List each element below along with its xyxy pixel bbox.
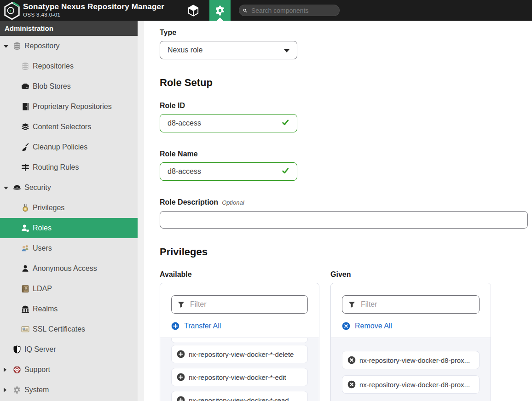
caret-down-icon[interactable] — [4, 186, 10, 189]
plus-circle-icon — [171, 322, 179, 330]
caret-right-icon[interactable] — [4, 367, 10, 372]
admin-mode-button[interactable] — [209, 0, 231, 21]
optional-hint: Optional — [222, 199, 244, 206]
privilege-name: nx-repository-view-docker-*-edit — [189, 373, 286, 381]
caret-down-icon[interactable] — [4, 44, 10, 48]
valid-check-icon — [282, 167, 289, 177]
role-editor-panel: Type Nexus role Role Setup Role ID Role … — [144, 21, 532, 401]
sidebar-item-proprietary-repositories[interactable]: Proprietary Repositories — [0, 97, 138, 117]
plus-circle-icon — [177, 350, 185, 358]
valid-check-icon — [282, 119, 289, 128]
broom-icon — [21, 143, 29, 151]
sidebar-item-label: Repositories — [33, 62, 74, 70]
transfer-all-button[interactable]: Transfer All — [171, 322, 221, 330]
signpost-icon — [21, 163, 29, 172]
police-cap-icon — [13, 183, 21, 192]
role-id-input[interactable] — [168, 119, 278, 127]
available-label: Available — [160, 270, 319, 279]
list-item[interactable]: nx-repository-view-docker-d8-prox... — [342, 351, 480, 369]
sidebar-item-iq-server[interactable]: IQ Server — [0, 339, 138, 360]
role-name-input[interactable] — [168, 167, 278, 176]
sidebar-item-label: Repository — [24, 42, 59, 50]
top-header-bar: r Sonatype Nexus Repository Manager OSS … — [0, 0, 532, 21]
sidebar-item-blob-stores[interactable]: Blob Stores — [0, 76, 138, 97]
given-privileges-column: Given Remove All nx-repository-view — [330, 270, 491, 401]
sidebar-item-label: Cleanup Policies — [33, 143, 87, 151]
user-icon — [21, 264, 29, 273]
role-description-field — [160, 211, 528, 229]
sidebar-item-users[interactable]: Users — [0, 238, 138, 258]
app-brand: Sonatype Nexus Repository Manager OSS 3.… — [23, 2, 164, 17]
role-description-label: Role DescriptionOptional — [160, 198, 532, 207]
sidebar-item-anonymous-access[interactable]: Anonymous Access — [0, 258, 138, 279]
sidebar-item-repositories[interactable]: Repositories — [0, 56, 138, 76]
sidebar-section-header: Administration — [0, 21, 138, 36]
list-item[interactable]: nx-repository-view-docker-d8-prox... — [342, 375, 480, 394]
list-item[interactable]: nx-repository-view-docker-*-read — [171, 391, 308, 401]
sidebar-item-routing-rules[interactable]: Routing Rules — [0, 157, 138, 178]
sidebar-item-label: Proprietary Repositories — [33, 103, 112, 111]
sidebar-item-system[interactable]: System — [0, 380, 138, 400]
browse-mode-button[interactable] — [186, 4, 201, 17]
x-circle-icon — [347, 356, 356, 364]
sidebar-item-ldap[interactable]: LDAP — [0, 279, 138, 299]
role-description-label-text: Role Description — [160, 198, 218, 206]
privilege-name: nx-repository-view-docker-d8-prox... — [359, 381, 470, 389]
remove-all-label: Remove All — [355, 322, 392, 330]
role-description-input[interactable] — [168, 216, 520, 224]
remove-all-button[interactable]: Remove All — [342, 322, 392, 330]
list-item[interactable]: nx-repository-view-docker-*-edit — [171, 368, 308, 386]
certificate-icon — [21, 325, 29, 333]
sidebar-item-roles[interactable]: Roles — [0, 218, 138, 238]
role-setup-heading: Role Setup — [160, 77, 532, 89]
given-label: Given — [330, 270, 491, 279]
sidebar-item-privileges[interactable]: Privileges — [0, 198, 138, 218]
available-filter-input[interactable] — [189, 300, 301, 309]
sidebar-item-label: Realms — [33, 305, 58, 313]
sidebar-item-label: Content Selectors — [33, 123, 91, 131]
sidebar-item-label: Privileges — [33, 204, 64, 212]
chevron-down-icon — [284, 49, 289, 52]
sidebar-item-cleanup-policies[interactable]: Cleanup Policies — [0, 137, 138, 157]
given-privileges-panel: Remove All nx-repository-view-docker-d8-… — [330, 283, 491, 401]
global-search[interactable] — [239, 5, 340, 16]
given-filter[interactable] — [342, 295, 480, 314]
sidebar-item-content-selectors[interactable]: Content Selectors — [0, 117, 138, 137]
list-item[interactable]: nx-repository-view-docker-*-delete — [171, 345, 308, 363]
role-id-field — [160, 114, 297, 132]
caret-right-icon[interactable] — [4, 388, 10, 392]
given-filter-input[interactable] — [360, 300, 473, 309]
sidebar-item-label: LDAP — [33, 285, 52, 293]
sidebar-item-label: Support — [24, 366, 50, 374]
app-title: Sonatype Nexus Repository Manager — [23, 2, 164, 11]
plus-circle-icon — [177, 396, 185, 401]
sidebar-item-label: Users — [33, 244, 52, 252]
funnel-icon — [178, 301, 185, 308]
database-icon — [21, 62, 29, 70]
available-privileges-panel: Transfer All nx-repository-view-docker-*… — [160, 283, 319, 401]
role-type-select[interactable]: Nexus role — [160, 41, 297, 59]
sidebar-item-security[interactable]: Security — [0, 178, 138, 198]
sidebar-item-label: Roles — [33, 224, 52, 232]
available-filter[interactable] — [171, 295, 308, 314]
given-privileges-list[interactable]: nx-repository-view-docker-d8-prox... nx-… — [331, 338, 491, 401]
list-item-partial[interactable] — [171, 338, 308, 343]
cube-icon — [187, 4, 200, 17]
search-input[interactable] — [250, 6, 335, 15]
privilege-name: nx-repository-view-docker-*-delete — [189, 350, 294, 358]
sidebar-item-label: Routing Rules — [33, 163, 79, 172]
gear-icon — [13, 386, 21, 394]
plus-circle-icon — [177, 373, 185, 381]
sidebar-item-label: System — [24, 386, 49, 394]
svg-text:r: r — [10, 8, 12, 13]
role-id-label: Role ID — [160, 101, 532, 110]
sidebar-item-ssl-certificates[interactable]: SSL Certificates — [0, 319, 138, 339]
sidebar-item-realms[interactable]: Realms — [0, 299, 138, 319]
app-version: OSS 3.43.0-01 — [23, 12, 164, 17]
sidebar-item-support[interactable]: Support — [0, 360, 138, 380]
sidebar-item-repository[interactable]: Repository — [0, 36, 138, 56]
available-privileges-list[interactable]: nx-repository-view-docker-*-delete nx-re… — [160, 338, 319, 401]
life-ring-icon — [13, 366, 21, 374]
shield-icon — [13, 345, 21, 354]
sidebar-item-label: Security — [24, 183, 51, 192]
